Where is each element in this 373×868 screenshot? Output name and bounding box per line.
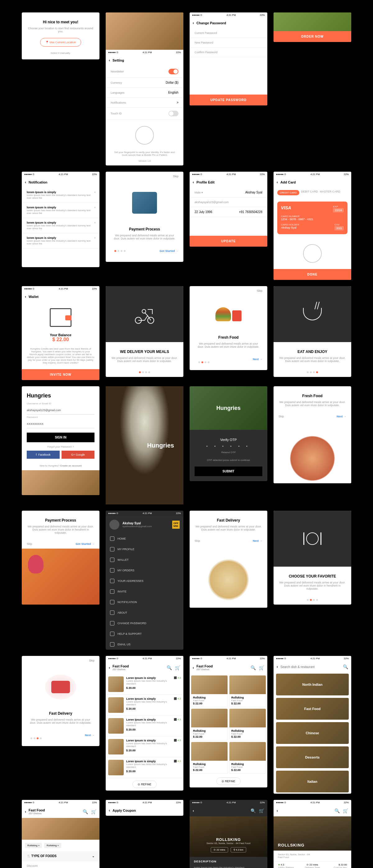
signin-button[interactable]: SIGN IN [27,433,95,442]
close-icon[interactable]: × [94,206,96,209]
search-icon[interactable]: 🔍 [250,808,256,813]
cart-icon[interactable]: 🛒 [91,809,96,814]
forgot-link[interactable]: Forgot your Password ? [22,445,99,448]
menu-home[interactable]: HOME [106,533,183,544]
back-icon[interactable]: ‹ [109,58,110,63]
new-password-field[interactable]: New Password [190,38,267,48]
fingerprint-icon[interactable] [303,244,322,263]
cart-icon[interactable]: 🛒 [343,808,348,813]
back-icon[interactable]: ‹ [25,294,26,299]
close-icon[interactable]: × [94,236,96,240]
confirm-password-field[interactable]: Confirm Password [190,48,267,57]
search-icon[interactable]: 🔍 [343,664,348,669]
food-card[interactable]: RollskingFast Food$ 22.00 [229,742,266,774]
refine-button[interactable]: ⊙ REFINE [132,781,157,788]
next-link[interactable]: Next → [85,734,95,743]
back-icon[interactable]: ‹ [25,809,26,814]
next-link[interactable]: Next → [253,539,262,542]
avatar[interactable] [109,520,120,530]
currency-row[interactable]: CurrencyDollar ($) [106,78,183,88]
name-row[interactable]: Male ▾Akshay Syal [190,188,267,197]
food-card[interactable]: RollskingFast Food$ 22.00 [229,675,266,707]
category-italian[interactable]: Italian [276,771,349,793]
skip-link[interactable]: Skip [106,172,183,181]
category-north-indian[interactable]: North Indian [276,674,349,695]
facebook-button[interactable]: f Facebook [27,451,60,459]
menu-orders[interactable]: MY ORDERS [106,565,183,576]
newsletter-toggle[interactable] [168,69,178,74]
touchid-toggle[interactable] [168,111,178,116]
password-input[interactable]: XXXXXXXXX [27,420,95,428]
done-button[interactable]: DONE [274,269,351,280]
tab-master[interactable]: MASTER CARD [320,190,340,195]
search-icon[interactable]: 🔍 [167,665,172,670]
food-list-item[interactable]: Loren Ipsum is simplyLorem Ipsum has bee… [106,674,183,695]
food-card[interactable]: RollskingFast Food$ 22.00 [191,709,228,741]
update-password-button[interactable]: UPDATE PASSWORD [190,95,267,105]
invite-button[interactable]: INVITE NOW [22,369,99,380]
food-list-item[interactable]: Loren Ipsum is simplyLorem Ipsum has bee… [106,757,183,778]
skip-link[interactable]: Skip [27,542,32,546]
search-icon[interactable]: 🔍 [83,809,88,814]
refine-button[interactable]: ⊙ REFINE [216,777,241,785]
cart-icon[interactable]: 🛒 [259,665,264,670]
submit-button[interactable]: SUBMIT [195,466,262,476]
close-icon[interactable]: × [94,221,96,224]
skip-link[interactable]: Skip [278,415,284,418]
food-card[interactable]: RollskingFast Food$ 22.00 [229,709,266,741]
next-link[interactable]: Next → [337,415,346,418]
skip-link[interactable]: Skip [195,539,200,542]
menu-about[interactable]: ABOUT [106,608,183,618]
next-link[interactable]: Next → [253,358,262,367]
current-password-field[interactable]: Current Password [190,28,267,38]
filter-chip[interactable]: Rollsking × [25,843,42,848]
filter-chip[interactable]: Rollsking × [44,843,61,848]
back-icon[interactable]: ‹ [109,665,110,670]
skip-link[interactable]: Skip [190,286,267,296]
filter-option[interactable]: Discount [22,861,99,868]
chevron-down-icon[interactable]: ⌄ [92,854,95,858]
back-icon[interactable]: ‹ [193,665,194,670]
menu-email[interactable]: EMAIL US [106,639,183,650]
back-icon[interactable]: ‹ [109,808,110,813]
cart-icon[interactable]: 🛒 [175,665,180,670]
close-icon[interactable]: × [94,191,96,194]
notifications-row[interactable]: Notifications> [106,98,183,107]
food-card[interactable]: RollskingFast Food$ 22.00 [191,675,228,707]
menu-addresses[interactable]: YOUR ADDRESSES [106,576,183,586]
food-list-item[interactable]: Loren Ipsum is simplyLorem Ipsum has bee… [106,716,183,737]
tab-credit[interactable]: CREDIT CARD [277,190,299,195]
cart-icon[interactable]: 🛒 [259,808,264,813]
menu-wallet[interactable]: WALLET [106,555,183,565]
language-row[interactable]: LanguagesEnglish [106,88,183,98]
food-card[interactable]: RollskingFast Food$ 22.00 [191,742,228,774]
back-icon[interactable]: ‹ [193,180,194,184]
google-button[interactable]: G+ Google [62,451,95,459]
category-fast-food[interactable]: Fast Food [276,698,349,720]
create-account-link[interactable]: Create an account [60,464,81,467]
order-now-button[interactable]: ORDER NOW [274,31,351,42]
tab-debit[interactable]: DEBIT CARD [301,190,318,195]
back-icon[interactable]: ‹ [193,809,194,813]
search-icon[interactable]: 🔍 [250,665,256,670]
skip-link[interactable]: Skip [22,656,99,665]
get-started-link[interactable]: Got Started → [160,249,178,252]
back-icon[interactable]: ‹ [25,180,26,184]
use-location-button[interactable]: 📍 Use Current Location [40,38,81,46]
category-desserts[interactable]: Desserts [276,746,349,768]
category-chinese[interactable]: Chinese [276,722,349,744]
menu-profile[interactable]: MY PROFILE [106,544,183,555]
update-button[interactable]: UPDATE [190,236,267,247]
menu-invite[interactable]: INVITE [106,586,183,597]
menu-help[interactable]: HELP & SUPPORT [106,628,183,639]
email-row[interactable]: akshaysyal123@gmail.com [190,197,267,207]
resend-link[interactable]: Resend OTP [195,451,262,454]
search-icon[interactable]: 🔍 [335,808,340,813]
get-started-link[interactable]: Got Started → [75,542,95,546]
food-list-item[interactable]: Loren Ipsum is simplyLorem Ipsum has bee… [106,737,183,757]
menu-password[interactable]: CHANGE PASSWORD [106,618,183,628]
menu-notification[interactable]: NOTIFICATION [106,597,183,608]
manual-link[interactable]: Select it manually. [27,52,95,55]
otp-input[interactable]: • • • • • • [195,445,262,448]
back-icon[interactable]: ‹ [277,180,278,184]
